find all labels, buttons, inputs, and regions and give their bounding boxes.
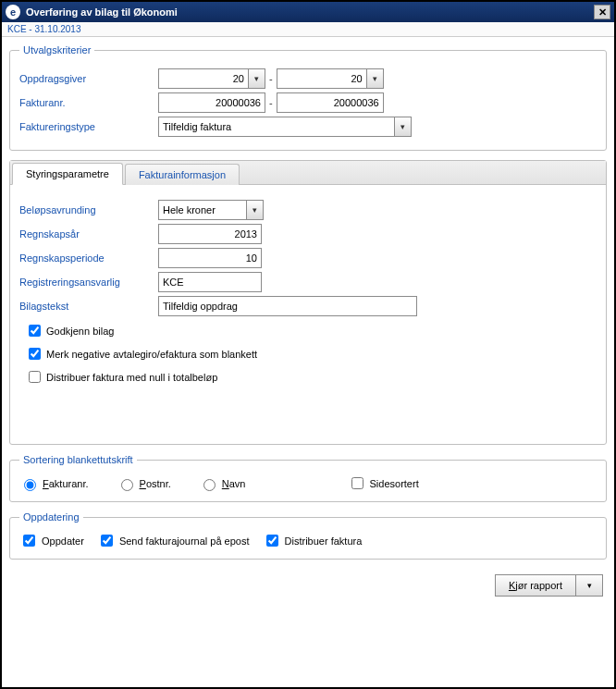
window-title: Overføring av bilag til Økonomi: [26, 6, 178, 18]
sidesortert-label: Sidesortert: [370, 478, 419, 489]
godkjenn-bilag-checkbox[interactable]: [29, 325, 41, 337]
regnskapsperiode-label: Regnskapsperiode: [19, 252, 158, 264]
sort-fakturanr-radio[interactable]: Fakturanr.: [19, 476, 89, 491]
fakturanr-from-input[interactable]: [158, 92, 265, 113]
oppdatering-group: Oppdatering Oppdater Send fakturajournal…: [9, 511, 607, 560]
regnskapsperiode-input[interactable]: [158, 248, 262, 268]
faktureringstype-select[interactable]: [158, 117, 395, 137]
kjor-rapport-dropdown-icon[interactable]: ▾: [576, 574, 603, 597]
sort-navn-label: avn: [229, 478, 246, 489]
faktureringstype-label: Faktureringstype: [19, 121, 158, 132]
belopsavrunding-select[interactable]: [158, 200, 247, 220]
tab-body: Beløpsavrunding ▾ Regnskapsår Regnskapsp…: [10, 185, 606, 444]
send-epost-checkbox[interactable]: [101, 535, 113, 547]
regnskapsar-label: Regnskapsår: [19, 228, 158, 240]
oppdragsgiver-to-input[interactable]: [277, 68, 367, 89]
app-icon: e: [6, 5, 20, 19]
kjor-rapport-button[interactable]: Kjør rapport: [495, 574, 576, 597]
sort-postnr-radio[interactable]: Postnr.: [117, 476, 171, 491]
faktureringstype-dropdown-icon[interactable]: ▾: [395, 117, 412, 137]
send-epost-label: Send fakturajournal på epost: [119, 535, 250, 547]
sidesortert-checkbox[interactable]: [351, 477, 363, 489]
tab-strip: Styringsparametre Fakturainformasjon: [10, 161, 606, 185]
distribuer-faktura-label: Distribuer faktura: [285, 535, 363, 547]
oppdragsgiver-label: Oppdragsgiver: [19, 73, 158, 84]
oppdater-checkbox[interactable]: [23, 535, 35, 547]
godkjenn-bilag-label: Godkjenn bilag: [46, 326, 114, 337]
sort-navn-radio[interactable]: Navn: [199, 476, 246, 491]
tabs-container: Styringsparametre Fakturainformasjon Bel…: [9, 160, 607, 445]
belopsavrunding-label: Beløpsavrunding: [19, 204, 158, 215]
sort-postnr-label: ostnr.: [146, 478, 171, 489]
kjor-rapport-label: jør rapport: [515, 580, 562, 591]
send-epost-check-wrap[interactable]: Send fakturajournal på epost: [97, 532, 250, 549]
sub-header: KCE - 31.10.2013: [2, 22, 614, 37]
range-dash: -: [269, 97, 273, 108]
oppdragsgiver-from-input[interactable]: [158, 68, 249, 89]
merk-negative-label: Merk negative avtalegiro/efaktura som bl…: [46, 349, 257, 360]
oppdragsgiver-to-dropdown-icon[interactable]: ▾: [367, 68, 384, 89]
utvalgskriterier-legend: Utvalgskriterier: [19, 44, 94, 55]
sort-postnr-input[interactable]: [121, 479, 133, 491]
close-icon[interactable]: ✕: [594, 5, 610, 19]
title-bar: e Overføring av bilag til Økonomi ✕: [2, 2, 614, 22]
oppdater-label: Oppdater: [42, 535, 84, 547]
sort-fakturanr-input[interactable]: [24, 479, 36, 491]
sortering-group: Sortering blankettutskrift Fakturanr. Po…: [9, 454, 607, 502]
sort-fakturanr-label: akturanr.: [49, 478, 89, 489]
sortering-legend: Sortering blankettutskrift: [19, 454, 137, 465]
oppdragsgiver-from-dropdown-icon[interactable]: ▾: [249, 68, 265, 89]
bilagstekst-label: Bilagstekst: [19, 301, 158, 312]
registreringsansvarlig-label: Registreringsansvarlig: [19, 277, 158, 288]
belopsavrunding-dropdown-icon[interactable]: ▾: [247, 200, 264, 220]
sidesortert-checkbox-wrap[interactable]: Sidesortert: [348, 474, 419, 492]
fakturanr-label: Fakturanr.: [19, 97, 158, 108]
distribuer-null-label: Distribuer faktura med null i totalbeløp: [46, 372, 217, 383]
distribuer-null-checkbox[interactable]: [29, 371, 41, 383]
oppdatering-legend: Oppdatering: [19, 511, 83, 523]
sort-navn-input[interactable]: [203, 479, 216, 491]
distribuer-faktura-check-wrap[interactable]: Distribuer faktura: [263, 532, 363, 549]
tab-styringsparametre[interactable]: Styringsparametre: [12, 163, 123, 185]
fakturanr-to-input[interactable]: [277, 92, 384, 113]
merk-negative-checkbox[interactable]: [29, 348, 41, 360]
regnskapsar-input[interactable]: [158, 224, 262, 244]
oppdater-check-wrap[interactable]: Oppdater: [19, 532, 84, 549]
range-dash: -: [269, 73, 273, 84]
registreringsansvarlig-input[interactable]: [158, 272, 262, 292]
utvalgskriterier-group: Utvalgskriterier Oppdragsgiver ▾ - ▾ Fak…: [9, 44, 607, 151]
bilagstekst-input[interactable]: [158, 296, 417, 316]
tab-fakturainformasjon[interactable]: Fakturainformasjon: [125, 164, 240, 185]
distribuer-faktura-checkbox[interactable]: [266, 535, 278, 547]
